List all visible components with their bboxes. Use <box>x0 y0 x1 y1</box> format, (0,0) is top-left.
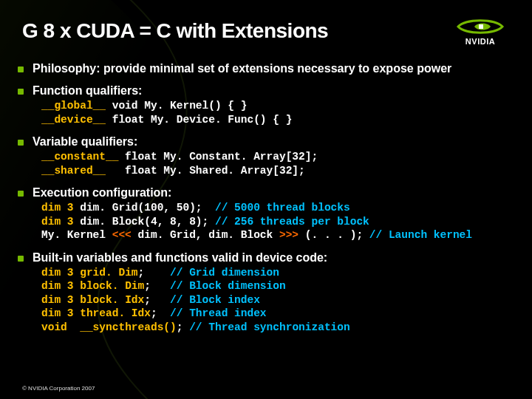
code-token: My. Kernel <box>41 229 112 241</box>
bullet-item: Philosophy: provide minimal set of exten… <box>22 62 510 75</box>
code-token: // 256 threads per block <box>215 216 369 228</box>
section-heading: Built-in variables and functions valid i… <box>33 251 510 265</box>
section-heading: Execution configuration: <box>33 186 510 200</box>
code-token: __global__ <box>41 100 106 112</box>
code-token <box>74 267 81 279</box>
code-token: float My. Device. Func() { } <box>106 114 292 126</box>
code-token: __device__ <box>41 114 106 126</box>
code-token: // Grid dimension <box>170 267 279 279</box>
code-token: ; <box>138 267 171 279</box>
code-token: >>> <box>279 229 299 241</box>
code-token: // Thread index <box>170 307 267 319</box>
code-token <box>74 321 81 333</box>
svg-rect-0 <box>479 24 483 29</box>
code-token: dim. Grid, dim. Block <box>132 229 279 241</box>
bullet-item: Execution configuration:dim 3 dim. Grid(… <box>22 186 510 242</box>
nvidia-logo-text: NVIDIA <box>466 37 495 46</box>
section-heading: Philosophy: provide minimal set of exten… <box>33 62 510 75</box>
code-token: // Launch kernel <box>369 229 472 241</box>
bullet-list: Philosophy: provide minimal set of exten… <box>22 62 510 335</box>
code-token: dim. Grid(100, 50); <box>74 202 215 214</box>
code-token: dim 3 <box>41 216 74 228</box>
code-token: // 5000 thread blocks <box>215 202 350 214</box>
code-token: dim 3 <box>41 307 74 319</box>
code-token: dim. Block(4, 8, 8); <box>74 216 215 228</box>
slide-title: G 8 x CUDA = C with Extensions <box>22 19 328 43</box>
code-token: ; <box>144 294 170 306</box>
code-token: dim 3 <box>41 202 74 214</box>
code-block: __global__ void My. Kernel() { } __devic… <box>33 99 510 126</box>
code-token: // Thread synchronization <box>189 321 350 333</box>
code-token: float My. Shared. Array[32]; <box>118 165 304 177</box>
code-token: dim 3 <box>41 280 74 292</box>
code-token: block. Dim <box>80 280 144 292</box>
code-token: <<< <box>112 229 132 241</box>
code-token: dim 3 <box>41 294 74 306</box>
bullet-item: Variable qualifiers:__constant__ float M… <box>22 135 510 177</box>
code-token: (. . . ); <box>299 229 369 241</box>
code-token: // Block dimension <box>170 280 286 292</box>
code-token: __shared__ <box>41 165 118 177</box>
code-token: thread. Idx <box>80 307 151 319</box>
code-token: __constant__ <box>41 151 118 163</box>
code-token: float My. Constant. Array[32]; <box>118 151 318 163</box>
section-heading: Function qualifiers: <box>33 84 510 98</box>
code-token: ; <box>177 321 189 333</box>
nvidia-logo: NVIDIA <box>451 13 510 49</box>
code-token: grid. Dim <box>80 267 137 279</box>
bullet-item: Built-in variables and functions valid i… <box>22 251 510 335</box>
bullet-item: Function qualifiers:__global__ void My. … <box>22 84 510 126</box>
code-token: ; <box>144 280 170 292</box>
nvidia-eye-icon <box>457 17 504 36</box>
code-token: dim 3 <box>41 267 74 279</box>
code-token: void My. Kernel() { } <box>106 100 247 112</box>
code-block: __constant__ float My. Constant. Array[3… <box>33 150 510 177</box>
code-token: block. Idx <box>80 294 144 306</box>
code-token <box>74 280 81 292</box>
code-token: ; <box>151 307 170 319</box>
code-token: void <box>41 321 74 333</box>
copyright-text: © NVIDIA Corporation 2007 <box>22 385 95 392</box>
code-token: // Block index <box>170 294 260 306</box>
code-token: __syncthreads() <box>80 321 177 333</box>
code-block: dim 3 grid. Dim; // Grid dimension dim 3… <box>33 266 510 335</box>
section-heading: Variable qualifiers: <box>33 135 510 149</box>
code-token <box>74 307 81 319</box>
code-token <box>74 294 81 306</box>
code-block: dim 3 dim. Grid(100, 50); // 5000 thread… <box>33 201 510 242</box>
